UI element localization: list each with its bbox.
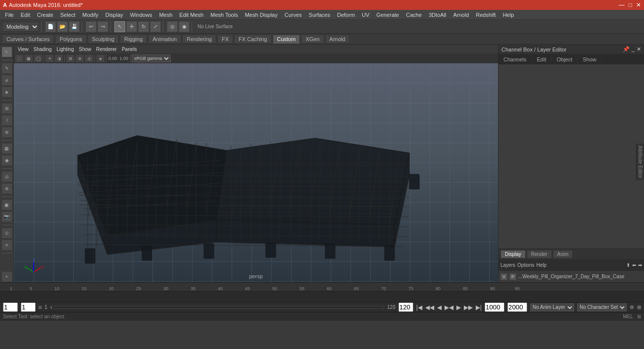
playback-end-input[interactable] [507, 302, 527, 312]
shelf-rendering[interactable]: Rendering [182, 35, 216, 44]
menu-mesh-display[interactable]: Mesh Display [242, 11, 281, 19]
misc-button-3[interactable]: + [1, 271, 12, 282]
vp-mode-wireframe[interactable]: ▦ [24, 54, 33, 62]
snap-grid-button[interactable]: ⊞ [1, 103, 12, 114]
shelf-custom[interactable]: Custom [273, 35, 300, 44]
play-backward-button[interactable]: ▶◀ [445, 304, 453, 311]
menu-generate[interactable]: Generate [373, 11, 402, 19]
vp-shadow-button[interactable]: ◑ [54, 54, 63, 62]
vp-grid-button[interactable]: ⊞ [66, 54, 75, 62]
menu-curves[interactable]: Curves [282, 11, 305, 19]
select-mode-button[interactable]: ↖ [1, 47, 12, 57]
go-start-button[interactable]: |◀ [416, 304, 422, 311]
misc-button-2[interactable]: ≡ [1, 240, 12, 250]
options-label[interactable]: Options [517, 262, 534, 268]
shelf-fx-caching[interactable]: FX Caching [234, 35, 271, 44]
lighting-menu[interactable]: Lighting [54, 47, 76, 52]
display-tab[interactable]: Display [500, 250, 526, 258]
workspace-dropdown[interactable]: Modeling [2, 22, 39, 32]
menu-deform[interactable]: Deform [334, 11, 358, 19]
view-menu[interactable]: View [16, 47, 31, 52]
menu-windows[interactable]: Windows [127, 11, 155, 19]
range-slider-start[interactable] [39, 306, 42, 309]
menu-file[interactable]: File [2, 11, 17, 19]
shelf-sculpting[interactable]: Sculpting [88, 35, 119, 44]
menu-3dtoall[interactable]: 3DtoAll [426, 11, 449, 19]
snap-curve-button[interactable]: ⌇ [1, 115, 12, 126]
step-back-button[interactable]: ◀◀ [425, 304, 434, 311]
shelf-fx[interactable]: FX [217, 35, 233, 44]
minimize-button[interactable]: — [619, 1, 625, 8]
attribute-editor-side-label[interactable]: Attribute Editor [636, 144, 644, 180]
isolate-button[interactable]: ◎ [1, 171, 12, 182]
ipr-render-button[interactable]: ◉ [179, 21, 190, 32]
renderer-menu[interactable]: Renderer [94, 47, 119, 52]
scene-icon[interactable]: ⊞ [637, 304, 641, 310]
xray-button[interactable]: ⊗ [1, 183, 12, 194]
frame-start-input[interactable] [3, 302, 18, 312]
camera-button[interactable]: 📷 [1, 211, 12, 222]
menu-edit[interactable]: Edit [18, 11, 33, 19]
range-end-input[interactable] [485, 302, 504, 312]
shading-menu[interactable]: Shading [32, 47, 54, 52]
vp-display-mode[interactable]: ◈ [96, 54, 105, 62]
render-tab[interactable]: Render [527, 250, 552, 258]
vp-xray-button[interactable]: ⊗ [75, 54, 84, 62]
menu-surfaces[interactable]: Surfaces [306, 11, 333, 19]
shelf-animation[interactable]: Animation [148, 35, 181, 44]
command-field-icon[interactable]: ⊞ [637, 314, 641, 319]
frame-end-input[interactable] [398, 302, 413, 312]
panels-menu[interactable]: Panels [120, 47, 139, 52]
menu-create[interactable]: Create [34, 11, 56, 19]
titlebar-controls[interactable]: — □ ✕ [619, 1, 641, 8]
select-tool-button[interactable]: ↖ [114, 21, 125, 32]
snap-point-button[interactable]: ⊕ [1, 127, 12, 138]
scale-tool-button[interactable]: ⤢ [150, 21, 161, 32]
viewport-canvas[interactable]: .wire { stroke: #1a1a1a; stroke-width: 1… [14, 63, 498, 282]
preferences-icon[interactable]: ⚙ [630, 304, 634, 310]
render-button[interactable]: ◎ [167, 21, 178, 32]
move-tool-button[interactable]: ✛ [126, 21, 137, 32]
channels-tab[interactable]: Channels [498, 55, 532, 63]
redo-button[interactable]: ↪ [98, 21, 108, 32]
menu-uv[interactable]: UV [359, 11, 372, 19]
menu-select[interactable]: Select [57, 11, 79, 19]
timeline-ruler[interactable]: 1 5 10 15 20 25 30 35 40 45 50 55 60 65 … [0, 283, 644, 292]
close-button[interactable]: ✕ [636, 1, 641, 8]
menu-modify[interactable]: Modify [79, 11, 101, 19]
paint-button[interactable]: ✎ [1, 63, 12, 74]
menu-mesh[interactable]: Mesh [156, 11, 175, 19]
vp-mode-smooth[interactable]: ◯ [34, 54, 43, 62]
display-smooth-button[interactable]: ◉ [1, 155, 12, 166]
menu-edit-mesh[interactable]: Edit Mesh [176, 11, 206, 19]
menu-display[interactable]: Display [102, 11, 126, 19]
show-menu[interactable]: Show [77, 47, 93, 52]
frame-current-input[interactable] [21, 302, 36, 312]
layer-icon-1[interactable]: ⬆ [626, 262, 630, 268]
panel-close-button[interactable]: ✕ [637, 46, 641, 52]
layer-icon-3[interactable]: ➡ [638, 262, 642, 268]
shelf-arnold[interactable]: Arnold [325, 35, 350, 44]
go-end-button[interactable]: ▶| [476, 304, 482, 311]
shelf-xgen[interactable]: XGen [301, 35, 324, 44]
anim-layer-dropdown[interactable]: No Anim Layer [530, 303, 574, 311]
shelf-rigging[interactable]: Rigging [120, 35, 147, 44]
menu-mesh-tools[interactable]: Mesh Tools [207, 11, 241, 19]
panel-minimize-button[interactable]: _ [632, 46, 635, 52]
anim-tab[interactable]: Anim [553, 250, 573, 258]
timeline-scrubber[interactable] [50, 306, 385, 309]
sculpt-button[interactable]: ⌀ [1, 75, 12, 86]
shelf-polygons[interactable]: Polygons [55, 35, 86, 44]
display-wireframe-button[interactable]: ▦ [1, 143, 12, 154]
object-tab[interactable]: Object [551, 55, 578, 63]
misc-button-1[interactable]: ⊙ [1, 228, 12, 239]
edit-tab[interactable]: Edit [532, 55, 551, 63]
vp-isolate-button[interactable]: ◎ [85, 54, 94, 62]
open-scene-button[interactable]: 📂 [57, 21, 68, 32]
show-tab[interactable]: Show [578, 55, 602, 63]
menu-cache[interactable]: Cache [403, 11, 425, 19]
shelf-curves-surfaces[interactable]: Curves / Surfaces [2, 35, 54, 44]
color-space-dropdown[interactable]: sRGB gamma [132, 54, 171, 62]
paint-effects-button[interactable]: ◈ [1, 87, 12, 98]
layer-icon-2[interactable]: ⬅ [632, 262, 636, 268]
